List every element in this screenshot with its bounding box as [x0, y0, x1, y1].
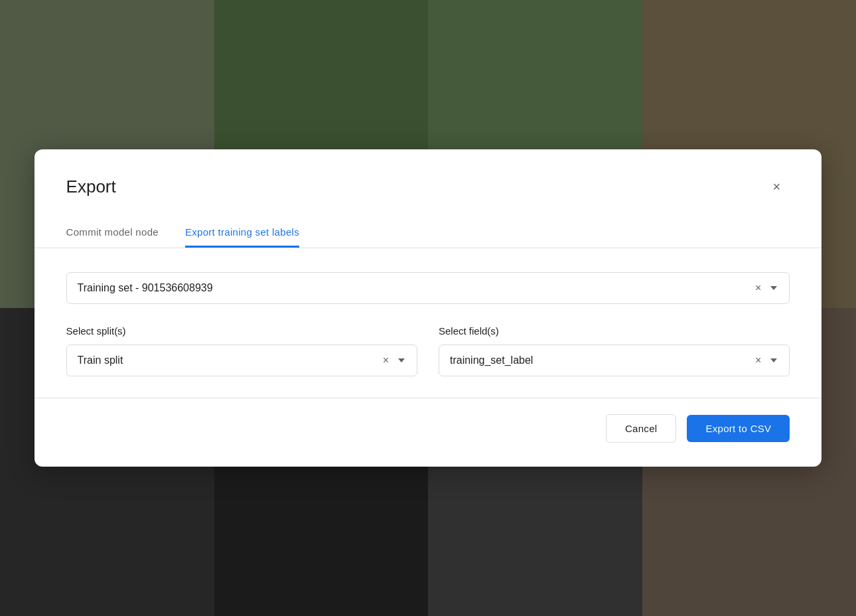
close-button[interactable]: ×: [763, 173, 790, 200]
split-clear-button[interactable]: ×: [382, 354, 390, 366]
split-expand-button[interactable]: [395, 358, 406, 362]
split-group: Select split(s) Train split ×: [66, 325, 417, 376]
field-clear-button[interactable]: ×: [754, 354, 762, 366]
export-modal: Export × Commit model node Export traini…: [35, 149, 822, 467]
modal-footer: Cancel Export to CSV: [35, 398, 822, 467]
tab-export-training-set-labels[interactable]: Export training set labels: [185, 218, 299, 248]
training-set-icons: ×: [754, 282, 778, 294]
chevron-down-icon: [770, 286, 777, 290]
split-field-row: Select split(s) Train split ×: [66, 325, 790, 376]
tab-commit-model-node[interactable]: Commit model node: [66, 218, 159, 248]
training-set-dropdown[interactable]: Training set - 901536608939 ×: [66, 272, 790, 304]
split-label: Select split(s): [66, 325, 417, 337]
field-value: training_set_label: [450, 354, 533, 366]
training-set-expand-button[interactable]: [768, 286, 778, 290]
split-dropdown[interactable]: Train split ×: [66, 345, 417, 376]
split-value: Train split: [78, 354, 123, 366]
modal-overlay: Export × Commit model node Export traini…: [0, 0, 856, 616]
clear-icon: ×: [383, 354, 389, 366]
clear-icon: ×: [755, 282, 761, 294]
clear-icon: ×: [755, 354, 761, 366]
chevron-down-icon: [398, 358, 405, 362]
training-set-value: Training set - 901536608939: [78, 282, 754, 294]
close-icon: ×: [773, 179, 781, 194]
field-label: Select field(s): [439, 325, 790, 337]
field-dropdown[interactable]: training_set_label ×: [439, 345, 790, 376]
modal-header: Export ×: [35, 149, 822, 200]
field-group: Select field(s) training_set_label ×: [439, 325, 790, 376]
cancel-button[interactable]: Cancel: [606, 414, 677, 443]
tab-bar: Commit model node Export training set la…: [35, 218, 822, 248]
modal-body: Training set - 901536608939 × Select spl…: [35, 248, 822, 398]
field-expand-button[interactable]: [768, 358, 778, 362]
field-icons: ×: [754, 354, 778, 366]
training-set-clear-button[interactable]: ×: [754, 282, 762, 294]
split-icons: ×: [382, 354, 406, 366]
modal-title: Export: [66, 177, 116, 197]
export-csv-button[interactable]: Export to CSV: [687, 415, 790, 442]
chevron-down-icon: [770, 358, 777, 362]
